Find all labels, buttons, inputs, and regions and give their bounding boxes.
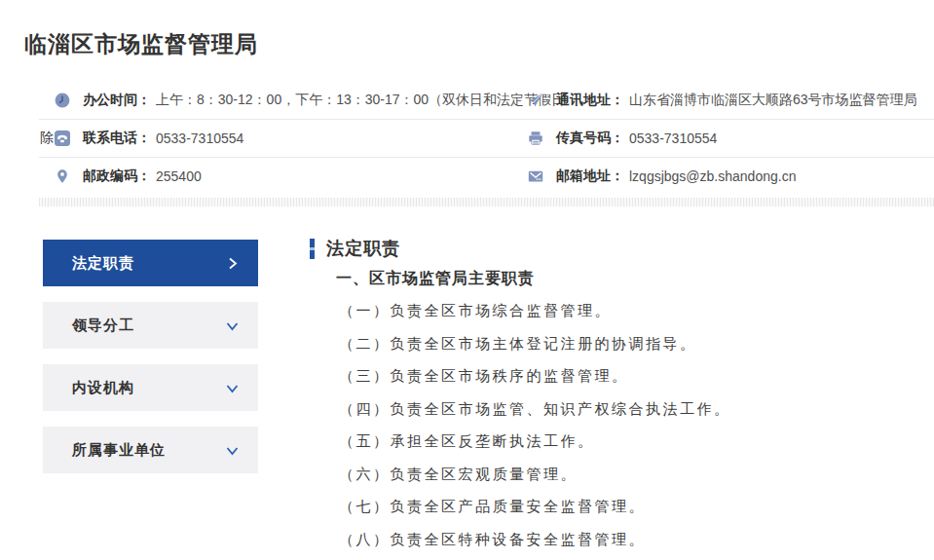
printer-icon — [528, 131, 543, 146]
clock-icon — [55, 93, 70, 108]
duty-item: （三）负责全区市场秩序的监督管理。 — [339, 360, 928, 393]
postal-code-value: 255400 — [156, 168, 202, 184]
postal-code-label: 邮政编码： — [83, 168, 151, 185]
email-value: lzqgsjbgs@zb.shandong.cn — [629, 168, 796, 184]
hatched-divider — [39, 198, 934, 206]
fax-value: 0533-7310554 — [629, 131, 717, 146]
office-hours-wrapped-text: 除 — [40, 130, 54, 147]
sidebar-item-leadership-division[interactable]: 领导分工 — [43, 302, 258, 349]
section-subtitle: 一、区市场监管局主要职责 — [336, 269, 928, 289]
section-title: 法定职责 — [326, 237, 400, 260]
email-cell: 邮箱地址： lzqgsjbgs@zb.shandong.cn — [528, 168, 934, 185]
duty-item: （六）负责全区宏观质量管理。 — [339, 459, 928, 492]
address-label: 通讯地址： — [556, 92, 624, 109]
office-hours-label: 办公时间： — [83, 92, 151, 109]
phone-label: 联系电话： — [83, 130, 151, 147]
section-accent-bar — [310, 239, 315, 259]
office-hours-value: 上午：8：30-12：00，下午：13：30-17：00（双休日和法定节假日 — [156, 92, 565, 109]
phone-value: 0533-7310554 — [156, 131, 243, 146]
section-header: 法定职责 — [310, 238, 928, 259]
fax-cell: 传真号码： 0533-7310554 — [528, 130, 934, 147]
email-label: 邮箱地址： — [556, 168, 624, 185]
duty-item: （八）负责全区特种设备安全监督管理。 — [339, 524, 928, 557]
sidebar-item-label: 法定职责 — [72, 254, 134, 273]
sidebar-item-internal-departments[interactable]: 内设机构 — [43, 364, 258, 411]
contact-row-1: 办公时间： 上午：8：30-12：00，下午：13：30-17：00（双休日和法… — [39, 82, 934, 120]
office-hours-cell: 办公时间： 上午：8：30-12：00，下午：13：30-17：00（双休日和法… — [39, 92, 528, 109]
phone-cell: 联系电话： 0533-7310554 — [39, 130, 528, 147]
duty-item: （二）负责全区市场主体登记注册的协调指导。 — [339, 328, 928, 361]
page: 临淄区市场监督管理局 办公时间： 上午：8：30-12：00，下午：13：30-… — [0, 0, 934, 560]
chevron-down-icon — [224, 380, 241, 396]
sidebar-item-legal-duties[interactable]: 法定职责 — [43, 240, 258, 286]
phone-icon — [55, 131, 70, 146]
location-pin-icon — [55, 168, 70, 184]
chevron-down-icon — [224, 317, 241, 334]
send-icon — [528, 93, 543, 108]
duty-item: （四）负责全区市场监管、知识产权综合执法工作。 — [339, 393, 928, 427]
chevron-down-icon — [224, 442, 241, 459]
duties-list: （一）负责全区市场综合监督管理。 （二）负责全区市场主体登记注册的协调指导。 （… — [339, 295, 928, 556]
address-cell: 通讯地址： 山东省淄博市临淄区大顺路63号市场监督管理局 — [528, 92, 934, 109]
sidebar-item-label: 内设机构 — [72, 379, 134, 397]
duty-item: （七）负责全区产品质量安全监督管理。 — [339, 491, 928, 524]
sidebar-item-affiliated-institutions[interactable]: 所属事业单位 — [43, 427, 258, 473]
duty-item: （一）负责全区市场综合监督管理。 — [339, 295, 928, 328]
fax-label: 传真号码： — [556, 130, 624, 147]
chevron-right-icon — [224, 255, 241, 272]
sidebar-item-label: 所属事业单位 — [72, 441, 166, 460]
duty-item: （五）承担全区反垄断执法工作。 — [339, 426, 928, 459]
envelope-icon — [528, 168, 543, 184]
page-title: 临淄区市场监督管理局 — [24, 29, 258, 59]
contact-info-table: 办公时间： 上午：8：30-12：00，下午：13：30-17：00（双休日和法… — [39, 82, 934, 195]
contact-row-2: 除 联系电话： 0533-7310554 传真号码： 0533-7310554 — [39, 120, 934, 158]
address-value: 山东省淄博市临淄区大顺路63号市场监督管理局 — [629, 92, 917, 109]
main-content: 法定职责 一、区市场监管局主要职责 （一）负责全区市场综合监督管理。 （二）负责… — [310, 238, 928, 556]
sidebar-item-label: 领导分工 — [72, 317, 134, 335]
postal-code-cell: 邮政编码： 255400 — [39, 168, 528, 185]
sidebar: 法定职责 领导分工 内设机构 所属事业单位 — [43, 240, 258, 489]
contact-row-3: 邮政编码： 255400 邮箱地址： lzqgsjbgs@zb.shandong… — [39, 158, 934, 195]
